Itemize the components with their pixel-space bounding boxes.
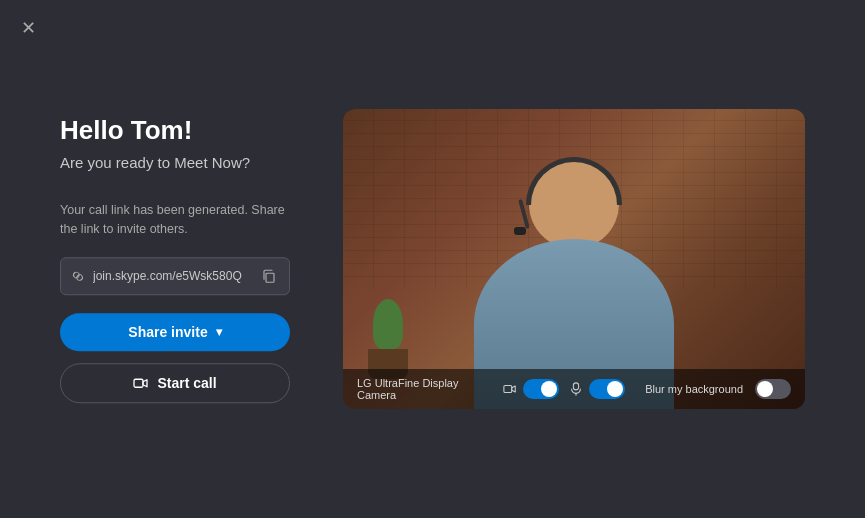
left-panel: Hello Tom! Are you ready to Meet Now? Yo… [60, 115, 290, 403]
camera-icon [503, 382, 517, 396]
svg-rect-2 [504, 386, 512, 393]
link-box: LG UltraFine Display Camera join.skype.c… [60, 257, 290, 295]
blur-toggle[interactable] [755, 379, 791, 399]
mic-control-group [569, 379, 625, 399]
svg-rect-1 [134, 379, 143, 387]
close-button[interactable]: ✕ [16, 16, 40, 40]
start-call-label: Start call [157, 375, 216, 391]
chevron-down-icon: ▾ [216, 325, 222, 339]
camera-label-text: LG UltraFine Display Camera [357, 377, 493, 401]
video-controls-bar: LG UltraFine Display Camera [343, 369, 805, 409]
camera-toggle[interactable] [523, 379, 559, 399]
video-panel: LG UltraFine Display Camera [343, 109, 805, 409]
subtitle-text: Are you ready to Meet Now? [60, 154, 290, 171]
greeting-text: Hello Tom! [60, 115, 290, 146]
video-call-icon [133, 375, 149, 391]
blur-control-group: Blur my background [645, 379, 791, 399]
copy-link-button[interactable] [259, 266, 279, 286]
plant-decoration [363, 299, 413, 379]
close-icon: ✕ [21, 17, 36, 39]
blur-label-text: Blur my background [645, 383, 743, 395]
camera-control-group [503, 379, 559, 399]
copy-icon [261, 268, 277, 284]
link-url-text: join.skype.com/e5Wsk580Q [93, 269, 251, 283]
video-background [343, 109, 805, 409]
mic-toggle[interactable] [589, 379, 625, 399]
share-invite-button[interactable]: Share invite ▾ [60, 313, 290, 351]
link-icon [71, 269, 85, 283]
description-text: Your call link has been generated. Share… [60, 201, 290, 239]
share-invite-label: Share invite [128, 324, 207, 340]
svg-rect-0 [266, 273, 274, 282]
svg-rect-3 [574, 383, 579, 390]
start-call-button[interactable]: Start call [60, 363, 290, 403]
mic-icon [569, 382, 583, 396]
